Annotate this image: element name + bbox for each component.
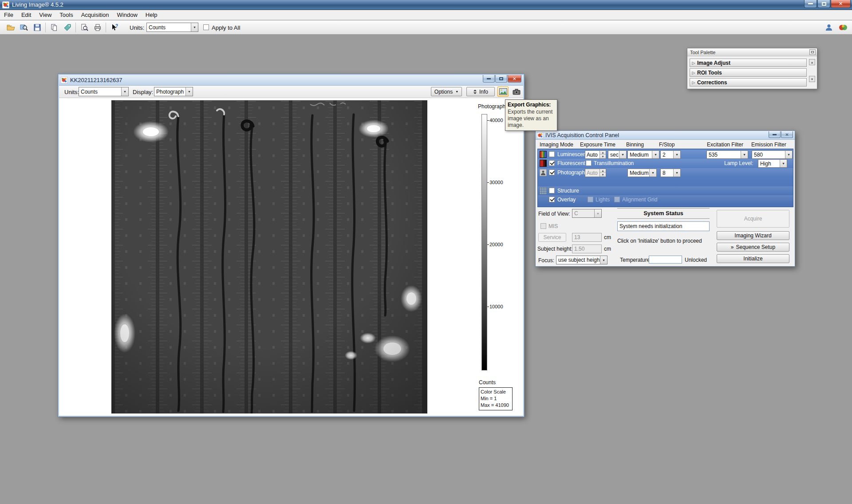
app-title: Living Image® 4.5.2 bbox=[12, 1, 63, 8]
overlay-checkbox[interactable] bbox=[549, 197, 555, 202]
user-button[interactable] bbox=[824, 22, 834, 33]
main-titlebar[interactable]: Living Image® 4.5.2 ✕ bbox=[0, 0, 852, 10]
lamp-level-dropdown[interactable]: High▼ bbox=[758, 159, 787, 168]
acquisition-panel-title: IVIS Acquisition Control Panel bbox=[545, 132, 619, 138]
image-window-titlebar[interactable]: KK20211213162637 ✕ bbox=[59, 75, 523, 86]
units-dropdown[interactable]: Counts ▼ bbox=[146, 23, 198, 32]
expand-arrow-icon: ▷ bbox=[690, 80, 697, 85]
color-scale-min: Min = 1 bbox=[481, 395, 511, 402]
menu-edit[interactable]: Edit bbox=[17, 10, 35, 20]
image-window-close-button[interactable]: ✕ bbox=[508, 75, 521, 83]
sequence-setup-button[interactable]: » Sequence Setup bbox=[717, 243, 789, 252]
maximize-button[interactable] bbox=[817, 0, 830, 8]
image-window-body: Photograph 40000 30000 20000 10000 Count… bbox=[59, 98, 523, 416]
palette-scroll-down-button[interactable]: ▼ bbox=[809, 76, 815, 82]
image-units-dropdown[interactable]: Counts ▼ bbox=[79, 87, 129, 96]
photograph-label: Photograph bbox=[557, 169, 585, 176]
focus-dropdown[interactable]: use subject height▼ bbox=[556, 256, 607, 264]
save-button[interactable] bbox=[32, 22, 43, 33]
transillumination-checkbox[interactable] bbox=[586, 160, 592, 166]
temperature-field bbox=[649, 256, 682, 264]
print-preview-button[interactable] bbox=[79, 22, 90, 33]
minimize-button[interactable] bbox=[804, 0, 817, 8]
image-window-icon bbox=[61, 77, 67, 83]
imaging-wizard-button[interactable]: Imaging Wizard bbox=[717, 231, 789, 240]
photo-view[interactable] bbox=[111, 100, 427, 413]
open-button[interactable] bbox=[5, 22, 16, 33]
luminescent-exposure-unit-dropdown[interactable]: sec▼ bbox=[608, 150, 627, 159]
color-scale-max: Max = 41090 bbox=[481, 402, 511, 409]
color-scale-title: Color Scale bbox=[481, 389, 511, 395]
menu-tools[interactable]: Tools bbox=[55, 10, 77, 20]
context-help-button[interactable]: ? bbox=[109, 22, 120, 33]
overlay-label: Overlay bbox=[557, 197, 576, 203]
label-button[interactable] bbox=[62, 22, 73, 33]
image-window-minimize-button[interactable] bbox=[483, 75, 495, 83]
close-button[interactable]: ✕ bbox=[831, 0, 851, 8]
tool-palette-title: Tool Palette bbox=[690, 50, 715, 55]
minimize-icon bbox=[808, 3, 813, 4]
colorbar bbox=[481, 114, 487, 370]
palette-section-corrections[interactable]: ▷ Corrections bbox=[690, 78, 807, 87]
colorbar-tick-10000: 10000 bbox=[489, 304, 503, 309]
emission-filter-dropdown[interactable]: 580▼ bbox=[752, 150, 793, 159]
living-image-logo-button[interactable] bbox=[838, 22, 848, 33]
menu-bar: File Edit View Tools Acquisition Window … bbox=[0, 10, 852, 20]
initialize-button[interactable]: Initialize bbox=[717, 254, 789, 263]
luminescent-fstop-dropdown[interactable]: 2▼ bbox=[660, 150, 681, 159]
apply-to-all-checkbox[interactable] bbox=[203, 24, 209, 30]
fluorescent-checkbox[interactable] bbox=[549, 160, 555, 166]
luminescent-checkbox[interactable] bbox=[549, 151, 555, 157]
col-exposure-time: Exposure Time bbox=[580, 142, 615, 148]
image-window-restore-button[interactable] bbox=[495, 75, 507, 83]
menu-file[interactable]: File bbox=[0, 10, 17, 20]
lights-checkbox bbox=[588, 197, 593, 202]
acquisition-panel-titlebar[interactable]: IVIS Acquisition Control Panel ✕ bbox=[536, 131, 795, 140]
sequence-arrows-icon: » bbox=[731, 244, 734, 250]
colorbar-bottom-label: Counts bbox=[479, 379, 496, 386]
units-label: Units: bbox=[64, 89, 79, 95]
colorbar-tick-40000: 40000 bbox=[489, 118, 503, 123]
spinner-arrows-icon[interactable]: ▲▼ bbox=[600, 151, 606, 158]
maximize-icon bbox=[822, 2, 826, 6]
menu-help[interactable]: Help bbox=[142, 10, 162, 20]
structure-checkbox[interactable] bbox=[549, 188, 555, 193]
chevron-down-icon: ▼ bbox=[191, 23, 198, 32]
menu-view[interactable]: View bbox=[35, 10, 55, 20]
display-dropdown[interactable]: Photograph ▼ bbox=[154, 87, 193, 96]
camera-snapshot-button[interactable] bbox=[511, 87, 522, 97]
transillumination-label: Transillumination bbox=[594, 160, 634, 166]
copy-button[interactable] bbox=[49, 22, 59, 33]
printer-icon bbox=[94, 24, 102, 32]
expand-arrow-icon: ▷ bbox=[690, 71, 697, 75]
tool-palette-titlebar[interactable]: Tool Palette bbox=[687, 48, 817, 56]
print-button[interactable] bbox=[92, 22, 103, 33]
row-luminescent: Luminescent Auto ▲▼ sec▼ Medium▼ 2▼ 535▼ bbox=[538, 150, 793, 159]
photograph-binning-dropdown[interactable]: Medium▼ bbox=[627, 169, 657, 177]
colorbar-tick-30000: 30000 bbox=[489, 180, 503, 185]
menu-window[interactable]: Window bbox=[113, 10, 142, 20]
acquisition-minimize-button[interactable] bbox=[769, 131, 781, 138]
acquisition-close-button[interactable]: ✕ bbox=[781, 131, 793, 138]
luminescent-binning-dropdown[interactable]: Medium▼ bbox=[627, 150, 659, 159]
palette-scroll-up-button[interactable]: ▲ bbox=[809, 59, 815, 65]
living-image-logo-icon bbox=[839, 24, 848, 32]
minimize-icon bbox=[773, 134, 777, 135]
export-graphics-icon bbox=[499, 88, 507, 95]
options-button[interactable]: Options ▼ bbox=[431, 87, 462, 96]
photograph-exposure-spinner: Auto ▲▼ bbox=[585, 169, 606, 177]
photograph-checkbox[interactable] bbox=[549, 169, 555, 175]
export-graphics-button[interactable] bbox=[497, 87, 509, 97]
service-unit-label: cm bbox=[604, 234, 611, 240]
browse-button[interactable] bbox=[19, 22, 29, 33]
luminescent-exposure-spinner[interactable]: Auto ▲▼ bbox=[585, 150, 606, 159]
palette-section-roi-tools[interactable]: ▷ ROI Tools bbox=[690, 68, 807, 77]
tool-palette-close-button[interactable] bbox=[809, 49, 816, 55]
photograph-fstop-dropdown[interactable]: 8▼ bbox=[660, 169, 681, 177]
luminescent-label: Luminescent bbox=[557, 151, 588, 158]
menu-acquisition[interactable]: Acquisition bbox=[77, 10, 113, 20]
info-button[interactable]: Info bbox=[466, 87, 495, 96]
restore-icon bbox=[499, 77, 503, 80]
excitation-filter-dropdown[interactable]: 535▼ bbox=[706, 150, 748, 159]
palette-section-image-adjust[interactable]: ▷ Image Adjust bbox=[690, 59, 807, 67]
